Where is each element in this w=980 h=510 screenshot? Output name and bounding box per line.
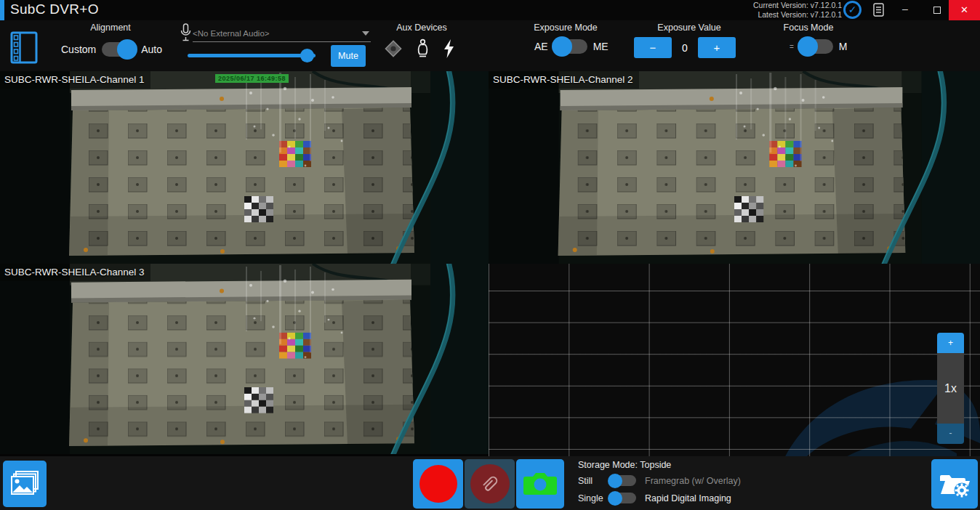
app-title: SubC DVR+O — [10, 1, 99, 17]
focus-mode-toggle[interactable] — [800, 39, 833, 54]
media-gallery-button[interactable] — [3, 461, 47, 507]
record-button[interactable] — [413, 459, 463, 509]
release-notes-icon[interactable] — [873, 3, 884, 20]
aux-devices-controls — [383, 39, 456, 59]
toggle-thumb — [608, 491, 622, 506]
still-mode-row: Still Framegrab (w/ Overlay) — [578, 475, 741, 486]
single-label: Single — [578, 493, 610, 503]
chevron-down-icon — [362, 31, 369, 36]
alignment-custom-label: Custom — [61, 44, 96, 55]
exposure-value-label: Exposure Value — [657, 23, 720, 33]
snapshot-button[interactable] — [516, 459, 564, 509]
title-accent-bar — [0, 0, 4, 20]
video-channel-3[interactable]: SUBC-RWR-SHEILA-Channel 3 — [0, 264, 489, 454]
current-version-text: Current Version: v7.12.0.1 — [733, 1, 842, 10]
video-quad-view: 2025/06/17 16:49:58 SUBC-RWR-SHEILA-Chan… — [0, 71, 980, 456]
still-mode-toggle[interactable] — [610, 475, 636, 486]
toggle-thumb — [608, 474, 622, 488]
mute-button[interactable]: Mute — [331, 45, 366, 67]
channel-label: SUBC-RWR-SHEILA-Channel 1 — [0, 71, 150, 89]
close-button[interactable]: ✕ — [949, 0, 980, 20]
storage-mode-text: Storage Mode: Topside — [578, 460, 741, 470]
audio-source-value: <No External Audio> — [193, 29, 270, 38]
exposure-mode-control: AE ME — [534, 39, 609, 54]
framegrab-option-label: Framegrab (w/ Overlay) — [645, 476, 741, 486]
attach-circle — [470, 464, 510, 503]
video-feed — [0, 71, 489, 264]
record-icon — [419, 465, 457, 503]
lamp-device-icon[interactable] — [416, 39, 430, 59]
update-ok-icon: ✓ — [843, 1, 861, 19]
exposure-mode-label: Exposure Mode — [534, 23, 598, 33]
toggle-thumb — [117, 39, 137, 60]
maximize-icon — [933, 7, 941, 14]
camera-icon — [523, 471, 557, 497]
maximize-button[interactable] — [925, 0, 949, 20]
video-feed — [0, 264, 489, 454]
zoom-control: + 1x - — [937, 333, 964, 444]
volume-slider-thumb[interactable] — [300, 49, 314, 62]
video-channel-1[interactable]: 2025/06/17 16:49:58 SUBC-RWR-SHEILA-Chan… — [0, 71, 489, 264]
aux-devices-label: Aux Devices — [396, 23, 446, 33]
bottom-bar: Storage Mode: Topside Still Framegrab (w… — [0, 456, 980, 510]
exposure-decrease-button[interactable]: − — [634, 37, 672, 58]
alignment-label: Alignment — [90, 23, 131, 33]
audio-source-select[interactable]: <No External Audio> — [193, 25, 371, 42]
toggle-thumb — [798, 36, 818, 57]
focus-auto-label: = — [790, 43, 794, 51]
exposure-me-label: ME — [593, 41, 609, 52]
alignment-toggle[interactable] — [102, 42, 135, 57]
zoom-out-button[interactable]: - — [937, 424, 964, 444]
empty-channel-slot: + 1x - — [489, 264, 980, 456]
zoom-level-label: 1x — [937, 353, 964, 424]
media-filmstrip-icon[interactable] — [10, 31, 38, 64]
version-info: Current Version: v7.12.0.1 Latest Versio… — [733, 1, 842, 19]
zoom-in-button[interactable]: + — [937, 333, 964, 353]
alignment-control: Custom Auto — [61, 42, 162, 57]
microphone-icon — [180, 23, 192, 43]
laser-device-icon[interactable] — [383, 39, 403, 59]
minimize-button[interactable]: – — [893, 0, 917, 20]
exposure-mode-toggle[interactable] — [554, 39, 587, 54]
exposure-value-control: − 0 + — [634, 37, 736, 58]
strobe-device-icon[interactable] — [442, 39, 456, 59]
storage-folder-settings-button[interactable] — [931, 459, 978, 509]
volume-slider[interactable] — [188, 48, 316, 62]
app-window: SubC DVR+O Current Version: v7.12.0.1 La… — [0, 0, 980, 510]
storage-settings: Storage Mode: Topside Still Framegrab (w… — [578, 460, 741, 510]
placeholder-grid — [489, 264, 980, 456]
toggle-thumb — [552, 36, 572, 57]
latest-version-text: Latest Version: v7.12.0.1 — [733, 10, 842, 20]
single-mode-toggle[interactable] — [610, 493, 636, 503]
focus-mode-label: Focus Mode — [784, 23, 834, 33]
focus-mode-control: = M — [790, 39, 848, 54]
focus-manual-label: M — [839, 41, 848, 52]
exposure-ae-label: AE — [534, 41, 548, 52]
channel-label: SUBC-RWR-SHEILA-Channel 2 — [489, 71, 639, 89]
toolbar: Alignment Custom Auto <No External Audio… — [0, 20, 980, 71]
video-feed — [489, 71, 980, 264]
timestamp-overlay: 2025/06/17 16:49:58 — [215, 74, 289, 83]
attach-button[interactable] — [465, 459, 515, 509]
titlebar: SubC DVR+O Current Version: v7.12.0.1 La… — [0, 0, 980, 20]
exposure-increase-button[interactable]: + — [698, 37, 736, 58]
channel-label: SUBC-RWR-SHEILA-Channel 3 — [0, 264, 150, 281]
still-label: Still — [578, 476, 610, 486]
rapid-imaging-option-label: Rapid Digital Imaging — [645, 493, 731, 503]
gallery-icon — [9, 469, 41, 498]
single-mode-row: Single Rapid Digital Imaging — [578, 493, 741, 503]
folder-gear-icon — [937, 469, 972, 498]
paperclip-icon — [478, 472, 502, 495]
exposure-value: 0 — [682, 42, 688, 54]
volume-slider-track[interactable] — [188, 54, 316, 57]
alignment-auto-label: Auto — [141, 44, 162, 55]
video-channel-2[interactable]: SUBC-RWR-SHEILA-Channel 2 — [489, 71, 980, 264]
